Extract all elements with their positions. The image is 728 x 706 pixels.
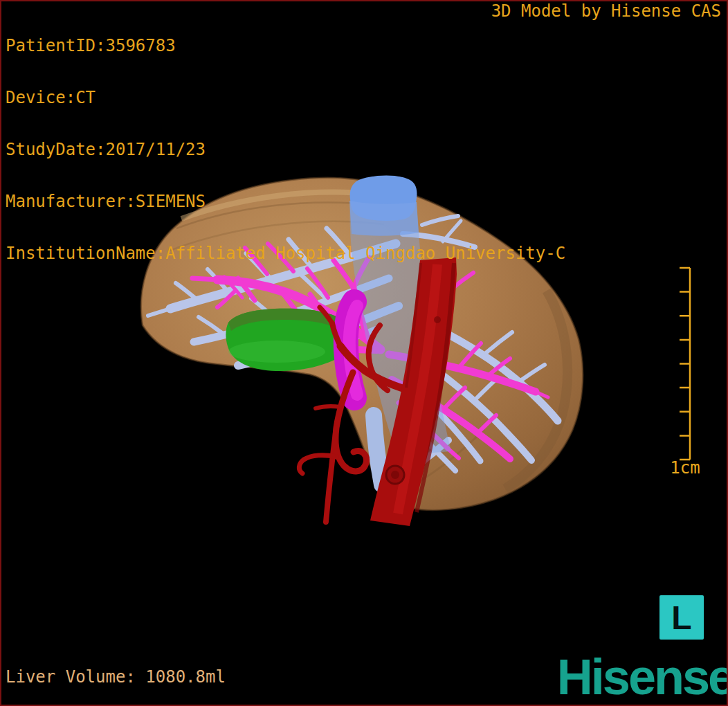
orientation-marker-left: L — [659, 595, 704, 640]
gallbladder-highlight — [228, 341, 325, 363]
artery-branch — [316, 406, 340, 408]
scale-bar — [663, 263, 707, 485]
artery-branch — [326, 428, 336, 522]
patient-id-line: PatientID:3596783 — [6, 37, 565, 55]
hisense-logo: Hisense — [557, 652, 728, 702]
scale-bar-label: 1cm — [663, 458, 707, 478]
patient-info-overlay: PatientID:3596783 Device:CT StudyDate:20… — [6, 3, 565, 297]
liver-volume-label: Liver Volume: 1080.8ml — [6, 669, 226, 686]
manufacturer-line: Manufacturer:SIEMENS — [6, 193, 565, 210]
app-title: 3D Model by Hisense CAS — [491, 3, 721, 20]
device-line: Device:CT — [6, 89, 565, 107]
viewer-window: PatientID:3596783 Device:CT StudyDate:20… — [0, 0, 728, 706]
scale-bar-ticks — [680, 268, 690, 460]
ivc-lower-stub — [374, 415, 382, 485]
study-date-line: StudyDate:2017/11/23 — [6, 141, 565, 159]
institution-line: InstitutionName:Affiliated Hospital Qing… — [6, 245, 565, 262]
